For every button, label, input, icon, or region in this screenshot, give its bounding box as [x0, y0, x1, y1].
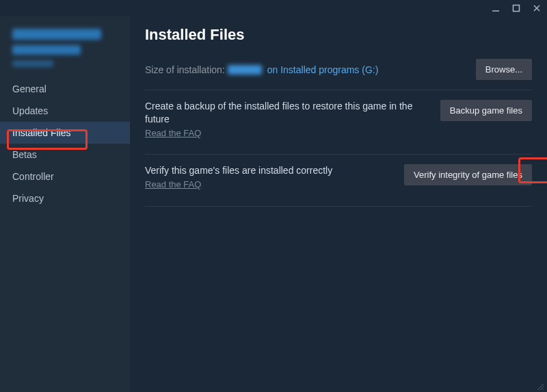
- size-label: Size of installation:: [145, 64, 225, 75]
- size-value-redacted: [228, 65, 262, 75]
- sidebar-item-controller[interactable]: Controller: [0, 166, 130, 187]
- content-pane: Installed Files Size of installation: on…: [130, 16, 547, 392]
- backup-game-files-button[interactable]: Backup game files: [440, 100, 532, 121]
- resize-grip[interactable]: [536, 381, 544, 389]
- sidebar-item-privacy[interactable]: Privacy: [0, 187, 130, 209]
- backup-faq-link[interactable]: Read the FAQ: [145, 127, 429, 140]
- verify-row: Verify this game's files are installed c…: [145, 164, 532, 200]
- sidebar-item-installed-files[interactable]: Installed Files: [0, 122, 130, 144]
- backup-description: Create a backup of the installed files t…: [145, 100, 429, 139]
- game-subtitle-redacted: [12, 60, 53, 67]
- properties-window: General Updates Installed Files Betas Co…: [0, 0, 547, 392]
- sidebar-nav: General Updates Installed Files Betas Co…: [0, 78, 130, 209]
- close-button[interactable]: [532, 3, 542, 13]
- svg-rect-1: [513, 5, 520, 12]
- verify-text: Verify this game's files are installed c…: [145, 165, 332, 176]
- minimize-button[interactable]: [491, 3, 501, 13]
- maximize-button[interactable]: [511, 3, 521, 13]
- titlebar: [0, 0, 547, 16]
- divider: [145, 154, 532, 155]
- game-title-redacted: [12, 29, 101, 40]
- verify-description: Verify this game's files are installed c…: [145, 164, 393, 190]
- sidebar-item-updates[interactable]: Updates: [0, 100, 130, 122]
- installation-size-row: Size of installation: on Installed progr…: [145, 59, 532, 80]
- sidebar-item-betas[interactable]: Betas: [0, 144, 130, 166]
- divider: [145, 90, 532, 90]
- backup-text: Create a backup of the installed files t…: [145, 101, 412, 125]
- game-title-header: [0, 19, 130, 74]
- browse-button[interactable]: Browse...: [476, 59, 532, 80]
- svg-line-4: [537, 384, 544, 390]
- divider: [145, 206, 532, 207]
- backup-row: Create a backup of the installed files t…: [145, 100, 532, 148]
- sidebar: General Updates Installed Files Betas Co…: [0, 16, 130, 392]
- installation-size-text: Size of installation: on Installed progr…: [145, 64, 378, 75]
- game-title-redacted: [12, 45, 81, 55]
- verify-integrity-button[interactable]: Verify integrity of game files: [404, 164, 532, 185]
- verify-faq-link[interactable]: Read the FAQ: [145, 179, 393, 191]
- install-location-link[interactable]: on Installed programs (G:): [267, 64, 379, 75]
- page-title: Installed Files: [145, 26, 532, 44]
- sidebar-item-general[interactable]: General: [0, 78, 130, 100]
- svg-line-6: [543, 389, 544, 390]
